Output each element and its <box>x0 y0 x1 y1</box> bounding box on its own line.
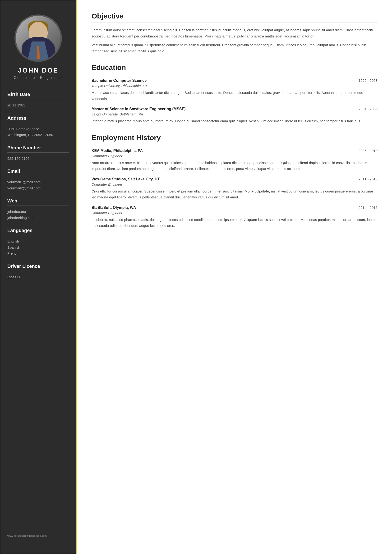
job-entry-2-desc: In lobortis, nulla sed pharetra mattis, … <box>91 217 378 229</box>
job-entry-0-header: KEA Media, Philadelphia, PA 2006 - 2010 <box>91 149 378 153</box>
employment-section: Employment History KEA Media, Philadelph… <box>91 134 378 229</box>
sidebar-address-section: Address 2050 Bamako Place Washington, DC… <box>0 115 76 138</box>
avatar-image <box>16 16 61 61</box>
job-entry-2-title: BlaBlaSoft, Olympia, WA <box>91 206 136 210</box>
address-line2: Washington, DC 20521-2050 <box>7 132 69 138</box>
job-entry-0: KEA Media, Philadelphia, PA 2006 - 2010 … <box>91 149 378 172</box>
job-entry-1: WowGame Studios, Salt Lake City, UT 2011… <box>91 177 378 200</box>
edu-entry-1-title: Master of Science in Sowftware Engineeri… <box>91 107 186 111</box>
objective-para2: Vestibulum aliquet tempus quam. Suspendi… <box>91 42 378 54</box>
job-entry-2-header: BlaBlaSoft, Olympia, WA 2014 - 2016 <box>91 206 378 210</box>
sidebar-languages-section: Languages English Spanish French <box>0 228 76 256</box>
avatar-body <box>21 37 55 61</box>
job-entry-1-date: 2011 - 2013 <box>358 177 378 181</box>
objective-para1: Lorem ipsum dolor sit amet, consectetur … <box>91 27 378 39</box>
lang-french: French <box>7 250 69 256</box>
education-title: Education <box>91 63 378 74</box>
edu-entry-0-header: Bachelor in Computer Science 1999 - 2003 <box>91 78 378 83</box>
web-label: Web <box>7 198 69 206</box>
phone-label: Phone Number <box>7 145 69 153</box>
lang-spanish: Spanish <box>7 244 69 250</box>
name-title-block: JOHN DOE Computer Engineer <box>14 67 63 80</box>
job-entry-1-subtitle: Computer Engineer <box>91 182 378 186</box>
lang-english: English <box>7 238 69 244</box>
job-entry-1-desc: Cras efficitur cursus ullamcorper. Suspe… <box>91 188 378 200</box>
job-title: Computer Engineer <box>14 76 63 80</box>
birth-value: 20.11.1981 <box>7 102 69 108</box>
edu-entry-1: Master of Science in Sowftware Engineeri… <box>91 107 378 124</box>
sidebar: JOHN DOE Computer Engineer Birth Date 20… <box>0 0 76 554</box>
job-entry-0-desc: Nam ornare rhoncus ante et blandit. Viva… <box>91 160 378 172</box>
web-value2: johndoeblog.com <box>7 215 69 221</box>
phone-value: 525-126-2196 <box>7 155 69 162</box>
email-value2: yourmail2@mail.com <box>7 185 69 191</box>
edu-entry-1-header: Master of Science in Sowftware Engineeri… <box>91 107 378 111</box>
edu-entry-1-subtitle: Leight University, Bethlehem, PA <box>91 112 378 116</box>
main-content: Objective Lorem ipsum dolor sit amet, co… <box>76 0 392 554</box>
objective-title: Objective <box>91 12 378 23</box>
licence-label: Driver Licence <box>7 263 69 271</box>
licence-value: Class D <box>7 274 69 280</box>
job-entry-2-date: 2014 - 2016 <box>358 206 378 209</box>
edu-entry-0-subtitle: Temple University, Philadelphia, PA <box>91 84 378 88</box>
address-label: Address <box>7 115 69 123</box>
languages-label: Languages <box>7 228 69 235</box>
employment-title: Employment History <box>91 134 378 144</box>
watermark: www.heritagechristiancollege.com <box>0 532 76 540</box>
edu-entry-0-title: Bachelor in Computer Science <box>91 78 147 83</box>
sidebar-email-section: Email yourmail1@mail.com yourmail2@mail.… <box>0 169 76 191</box>
address-line1: 2050 Bamako Place <box>7 126 69 132</box>
web-value1: johndoe.me <box>7 209 69 215</box>
objective-section: Objective Lorem ipsum dolor sit amet, co… <box>91 12 378 54</box>
avatar <box>14 14 62 62</box>
resume-container: JOHN DOE Computer Engineer Birth Date 20… <box>0 0 392 554</box>
email-value1: yourmail1@mail.com <box>7 179 69 185</box>
edu-entry-0: Bachelor in Computer Science 1999 - 2003… <box>91 78 378 102</box>
job-entry-0-title: KEA Media, Philadelphia, PA <box>91 149 143 153</box>
job-entry-2-subtitle: Computer Engineer <box>91 211 378 215</box>
education-section: Education Bachelor in Computer Science 1… <box>91 63 378 124</box>
full-name: JOHN DOE <box>14 67 63 74</box>
sidebar-licence-section: Driver Licence Class D <box>0 263 76 280</box>
edu-entry-1-desc: Integer id metus placerat, mollis ante a… <box>91 118 378 124</box>
sidebar-web-section: Web johndoe.me johndoeblog.com <box>0 198 76 221</box>
avatar-section: JOHN DOE Computer Engineer <box>7 0 70 85</box>
birth-label: Birth Date <box>7 92 69 99</box>
sidebar-birth-section: Birth Date 20.11.1981 <box>0 92 76 108</box>
email-label: Email <box>7 169 69 176</box>
job-entry-1-title: WowGame Studios, Salt Lake City, UT <box>91 177 160 181</box>
edu-entry-1-date: 2004 - 2006 <box>358 107 378 111</box>
job-entry-2: BlaBlaSoft, Olympia, WA 2014 - 2016 Comp… <box>91 206 378 229</box>
edu-entry-0-desc: Mauris accumsan lacus dolor, ut blandit … <box>91 90 378 102</box>
job-entry-1-header: WowGame Studios, Salt Lake City, UT 2011… <box>91 177 378 181</box>
sidebar-phone-section: Phone Number 525-126-2196 <box>0 145 76 162</box>
job-entry-0-subtitle: Computer Engineer <box>91 154 378 158</box>
job-entry-0-date: 2006 - 2010 <box>358 149 378 153</box>
edu-entry-0-date: 1999 - 2003 <box>358 78 378 83</box>
